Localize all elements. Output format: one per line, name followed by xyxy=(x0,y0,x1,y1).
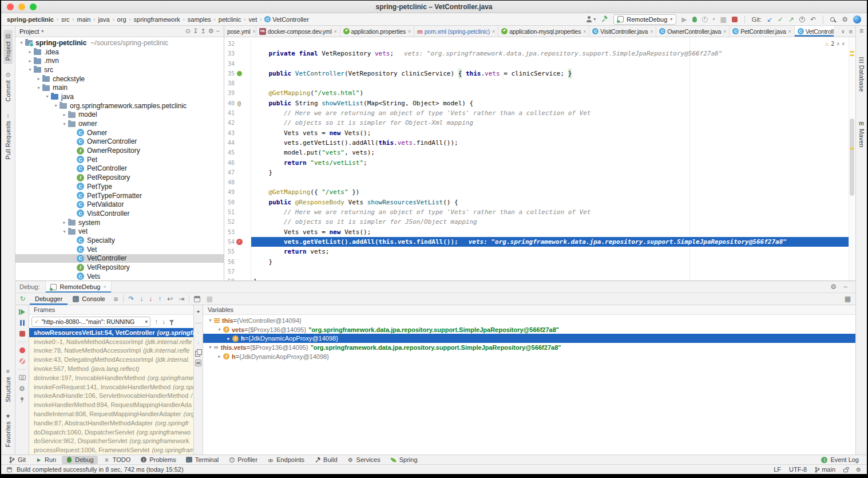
chevron-collapsed-icon[interactable]: ▸ xyxy=(61,112,68,117)
code-line[interactable]: 58} xyxy=(224,276,855,281)
trace-icon[interactable]: ▦ xyxy=(206,295,212,302)
line-number[interactable]: 58 xyxy=(224,276,235,281)
inspections-widget[interactable]: ⚠ 2 ∧ ∨ xyxy=(823,38,846,49)
restore-layout-icon[interactable]: ▦ xyxy=(845,295,855,302)
code-line[interactable]: 45 model.put("vets", vets); xyxy=(224,148,855,157)
tool-window-button-build[interactable]: Build xyxy=(310,456,341,464)
run-button[interactable]: ▶ xyxy=(681,16,687,23)
line-number[interactable]: 33 xyxy=(224,49,235,58)
tool-window-button-problems[interactable]: !Problems xyxy=(136,456,180,464)
thread-selector[interactable]: ✓ "http-nio-8080-..."main": RUNNING ▾ xyxy=(31,317,150,327)
debug-button[interactable] xyxy=(692,17,697,22)
chevron-down-icon[interactable]: ▾ xyxy=(41,29,43,34)
step-over-icon[interactable]: ↷ xyxy=(128,295,134,302)
background-tasks-icon[interactable] xyxy=(7,467,12,472)
view-breakpoints-icon[interactable] xyxy=(19,347,25,353)
resume-program-icon[interactable] xyxy=(21,309,25,315)
close-tab-icon[interactable]: × xyxy=(334,29,337,34)
profiler-chevron-icon[interactable]: ▾ xyxy=(713,17,715,22)
sidebar-item-database[interactable]: Database xyxy=(857,54,866,96)
line-ending-indicator[interactable]: LF xyxy=(774,466,781,473)
stack-frame[interactable]: doDispatch:1060, DispatcherServlet(org.s… xyxy=(29,428,193,437)
profiler-button[interactable] xyxy=(702,17,708,22)
sidebar-item-project[interactable]: ▤Project xyxy=(3,30,13,64)
chevron-expanded-icon[interactable]: ▾ xyxy=(61,121,68,127)
chevron-collapsed-icon[interactable]: ▸ xyxy=(35,76,42,81)
stack-frame[interactable]: handle:87, AbstractHandlerMethodAdapter(… xyxy=(29,418,193,428)
chevron-collapsed-icon[interactable]: ▸ xyxy=(216,354,223,359)
event-log-button[interactable]: 1Event Log xyxy=(821,456,863,463)
code-line[interactable]: 41 // Here we are returning an object of… xyxy=(224,108,855,118)
tool-window-button-terminal[interactable]: ›_Terminal xyxy=(182,456,223,464)
line-number[interactable]: 45 xyxy=(224,148,235,157)
variable-row[interactable]: ▾this = {VetController@14094} xyxy=(203,316,855,325)
stack-frame[interactable]: invoke:567, Method(java.lang.reflect) xyxy=(29,364,193,373)
editor-tab[interactable]: application.properties× xyxy=(340,26,414,37)
tool-window-button-spring[interactable]: Spring xyxy=(386,456,422,464)
breadcrumb-item[interactable]: java xyxy=(98,16,109,23)
chevron-expanded-icon[interactable]: ▾ xyxy=(207,318,214,323)
chevron-collapsed-icon[interactable]: ▸ xyxy=(26,49,34,54)
close-tab-icon[interactable]: × xyxy=(252,29,255,34)
pause-program-icon[interactable] xyxy=(20,320,25,326)
sidebar-item-commit[interactable]: ⊙Commit xyxy=(3,69,13,105)
line-number[interactable]: 32 xyxy=(224,39,235,49)
code-line[interactable]: 33 private final VetRepository vets;vets… xyxy=(224,49,855,58)
tree-item[interactable]: ▸.mvn xyxy=(15,56,224,65)
tree-item[interactable]: ▾org.springframework.samples.petclinic xyxy=(15,101,224,110)
code-line[interactable]: 34 xyxy=(224,59,855,69)
chevron-expanded-icon[interactable]: ▾ xyxy=(18,40,25,45)
move-watch-up-icon[interactable]: ↑ xyxy=(197,330,200,335)
code-line[interactable]: 51 // Here we are returning an object of… xyxy=(224,207,855,217)
sidebar-item-structure[interactable]: ≡Structure xyxy=(3,365,13,405)
code-line[interactable]: 38 xyxy=(224,78,855,88)
settings-gear-icon[interactable]: ⚙ xyxy=(842,16,848,23)
rerun-icon[interactable]: ↻ xyxy=(19,295,25,302)
stack-frame[interactable]: invokeAndHandle:106, ServletInvocableHan… xyxy=(29,392,193,401)
hidden-tabs-chevron-icon[interactable]: ∨ xyxy=(841,29,845,34)
chevron-expanded-icon[interactable]: ▾ xyxy=(216,327,223,332)
variable-row[interactable]: ▾∞this.vets = {$Proxy136@14095}"org.spri… xyxy=(203,343,855,352)
ide-assistant-icon[interactable] xyxy=(853,15,861,23)
tool-window-button-debug[interactable]: Debug xyxy=(62,456,97,464)
tree-item[interactable]: CVet xyxy=(15,245,224,254)
step-into-icon[interactable]: ↓ xyxy=(140,295,143,302)
chevron-collapsed-icon[interactable]: ▸ xyxy=(61,220,68,225)
debug-settings-gear-icon[interactable]: ⚙ xyxy=(830,283,837,290)
tree-item[interactable]: ▾main xyxy=(15,83,224,92)
chevron-expanded-icon[interactable]: ▾ xyxy=(26,67,34,72)
run-configuration-select[interactable]: RemoteDebug ▾ xyxy=(613,14,676,25)
line-number[interactable]: 43 xyxy=(224,128,235,138)
stack-frame[interactable]: invokeHandlerMethod:894, RequestMappingH… xyxy=(29,400,193,409)
thread-dump-camera-icon[interactable] xyxy=(19,375,26,380)
spring-bean-icon[interactable] xyxy=(237,71,242,76)
close-tab-icon[interactable]: × xyxy=(650,29,653,34)
breadcrumb-item[interactable]: petclinic xyxy=(219,16,241,23)
close-tab-icon[interactable]: × xyxy=(492,29,495,34)
code-line[interactable]: 49 @GetMapping({ "/vets" }) xyxy=(224,187,855,197)
code-line[interactable]: 53 Vets vets = new Vets(); xyxy=(224,227,855,237)
close-tab-icon[interactable]: × xyxy=(788,29,791,34)
breadcrumb-item[interactable]: spring-petclinic xyxy=(7,16,54,23)
code-line[interactable]: 46 return "vets/vetList"; xyxy=(224,158,855,168)
tool-window-button-profiler[interactable]: Profiler xyxy=(224,456,261,464)
breadcrumb-item[interactable]: samples xyxy=(188,16,211,23)
line-number[interactable]: 54 xyxy=(224,237,235,247)
stack-frame[interactable]: handleInternal:808, RequestMappingHandle… xyxy=(29,409,193,418)
hide-library-frames-icon[interactable] xyxy=(169,320,174,323)
git-commit-button[interactable]: ✓ xyxy=(778,16,783,23)
pin-icon[interactable] xyxy=(21,397,23,400)
line-number[interactable]: 39 xyxy=(224,88,235,98)
line-number[interactable]: 35 xyxy=(224,69,235,78)
step-out-icon[interactable]: ↑ xyxy=(158,295,161,302)
stack-frame[interactable]: showResourcesVetList:54, VetController(o… xyxy=(29,328,193,337)
variable-row[interactable]: ▸fh = {JdkDynamicAopProxy@14098} xyxy=(203,334,855,343)
chevron-expanded-icon[interactable]: ▾ xyxy=(207,345,214,350)
editor-tab[interactable]: CVisitController.java× xyxy=(589,26,656,37)
tree-item[interactable]: ▸.idea xyxy=(15,48,224,57)
code-line[interactable]: 32 xyxy=(224,39,855,49)
show-watches-toggle-icon[interactable]: ∞ xyxy=(195,360,201,366)
code-line[interactable]: 52 // objects so it is simpler for JSon/… xyxy=(224,217,855,227)
line-number[interactable]: 50 xyxy=(224,197,235,207)
tree-item[interactable]: IOwnerRepository xyxy=(15,146,224,155)
